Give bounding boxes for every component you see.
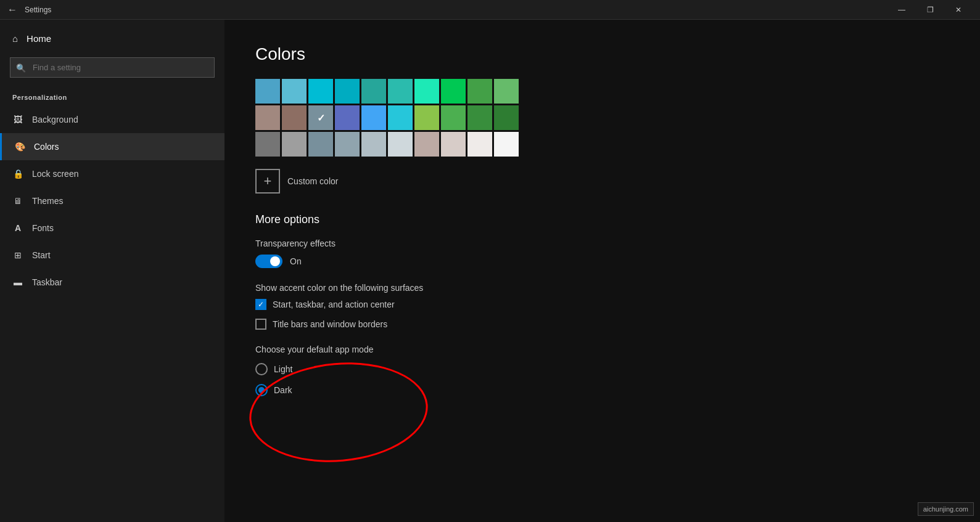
radio-dark-label: Dark bbox=[274, 385, 292, 395]
color-swatch-23[interactable] bbox=[335, 132, 360, 157]
radio-dark-button[interactable] bbox=[255, 384, 268, 396]
accent-surfaces-option: Show accent color on the following surfa… bbox=[255, 283, 949, 330]
transparency-toggle-row: On bbox=[255, 255, 949, 268]
sidebar: ⌂ Home 🔍 Personalization 🖼 Background 🎨 … bbox=[0, 20, 224, 522]
sidebar-item-lock-screen[interactable]: 🔒 Lock screen bbox=[0, 160, 224, 187]
color-swatch-17[interactable] bbox=[441, 105, 466, 130]
close-button[interactable]: ✕ bbox=[944, 0, 973, 20]
color-swatch-21[interactable] bbox=[282, 132, 307, 157]
title-bar: ← Settings — ❐ ✕ bbox=[0, 0, 980, 20]
back-button[interactable]: ← bbox=[7, 4, 17, 15]
colors-icon: 🎨 bbox=[14, 142, 25, 152]
color-swatch-13[interactable] bbox=[335, 105, 360, 130]
custom-color-button[interactable]: + Custom color bbox=[255, 169, 949, 194]
color-swatch-3[interactable] bbox=[335, 79, 360, 104]
radio-light[interactable]: Light bbox=[255, 363, 292, 375]
color-grid bbox=[255, 79, 949, 157]
sidebar-item-start-label: Start bbox=[32, 250, 51, 260]
toggle-thumb bbox=[270, 256, 280, 266]
custom-color-plus-icon: + bbox=[255, 169, 280, 194]
color-swatch-18[interactable] bbox=[467, 105, 492, 130]
taskbar-icon: ▬ bbox=[12, 277, 23, 287]
sidebar-item-colors-label: Colors bbox=[34, 142, 59, 152]
color-swatch-27[interactable] bbox=[441, 132, 466, 157]
transparency-option: Transparency effects On bbox=[255, 239, 949, 268]
app-mode-label: Choose your default app mode bbox=[255, 345, 949, 354]
toggle-track bbox=[255, 255, 282, 268]
color-swatch-9[interactable] bbox=[494, 79, 519, 104]
sidebar-item-colors[interactable]: 🎨 Colors bbox=[0, 133, 224, 160]
color-swatch-24[interactable] bbox=[361, 132, 386, 157]
lock-screen-icon: 🔒 bbox=[12, 169, 23, 179]
main-layout: ⌂ Home 🔍 Personalization 🖼 Background 🎨 … bbox=[0, 20, 980, 522]
sidebar-item-themes[interactable]: 🖥 Themes bbox=[0, 187, 224, 214]
color-swatch-20[interactable] bbox=[255, 132, 280, 157]
sidebar-item-taskbar-label: Taskbar bbox=[32, 277, 62, 287]
minimize-button[interactable]: — bbox=[887, 0, 916, 20]
checkbox-taskbar-label: Start, taskbar, and action center bbox=[273, 300, 395, 309]
more-options-title: More options bbox=[255, 213, 949, 226]
window-title: Settings bbox=[25, 6, 887, 14]
color-swatch-8[interactable] bbox=[467, 79, 492, 104]
checkbox-titlebars[interactable]: Title bars and window borders bbox=[255, 319, 949, 330]
app-mode-option: Choose your default app mode Light Dark bbox=[255, 345, 949, 405]
page-title: Colors bbox=[255, 44, 949, 64]
color-swatch-14[interactable] bbox=[361, 105, 386, 130]
radio-light-button[interactable] bbox=[255, 363, 268, 375]
transparency-status: On bbox=[290, 256, 302, 266]
sidebar-item-lock-screen-label: Lock screen bbox=[32, 169, 78, 179]
fonts-icon: A bbox=[12, 223, 23, 233]
sidebar-item-taskbar[interactable]: ▬ Taskbar bbox=[0, 269, 224, 296]
sidebar-item-home[interactable]: ⌂ Home bbox=[0, 25, 224, 52]
sidebar-section-title: Personalization bbox=[0, 88, 224, 106]
sidebar-item-themes-label: Themes bbox=[32, 196, 64, 206]
color-swatch-7[interactable] bbox=[441, 79, 466, 104]
radio-dark[interactable]: Dark bbox=[255, 384, 292, 396]
transparency-label: Transparency effects bbox=[255, 239, 949, 248]
sidebar-item-fonts[interactable]: A Fonts bbox=[0, 214, 224, 242]
sidebar-item-background-label: Background bbox=[32, 115, 78, 124]
transparency-toggle[interactable] bbox=[255, 255, 282, 268]
accent-surfaces-label: Show accent color on the following surfa… bbox=[255, 283, 949, 293]
background-icon: 🖼 bbox=[12, 115, 23, 124]
radio-light-label: Light bbox=[274, 364, 292, 374]
checkbox-titlebars-label: Title bars and window borders bbox=[273, 319, 387, 329]
content-area: Colors + Custom color More options Trans… bbox=[224, 20, 980, 522]
radio-section-wrap: Light Dark bbox=[255, 363, 292, 405]
color-swatch-2[interactable] bbox=[308, 79, 333, 104]
themes-icon: 🖥 bbox=[12, 196, 23, 206]
search-icon: 🔍 bbox=[16, 63, 26, 72]
color-swatch-11[interactable] bbox=[282, 105, 307, 130]
color-swatch-4[interactable] bbox=[361, 79, 386, 104]
home-label: Home bbox=[27, 33, 51, 44]
search-container: 🔍 bbox=[10, 57, 215, 78]
color-swatch-28[interactable] bbox=[467, 132, 492, 157]
color-swatch-15[interactable] bbox=[388, 105, 413, 130]
watermark: aichunjing.com bbox=[918, 502, 974, 516]
sidebar-item-background[interactable]: 🖼 Background bbox=[0, 106, 224, 133]
checkbox-titlebars-box[interactable] bbox=[255, 319, 266, 330]
checkbox-taskbar-box[interactable] bbox=[255, 299, 266, 310]
radio-dark-indicator bbox=[258, 387, 265, 393]
start-icon: ⊞ bbox=[12, 250, 23, 260]
color-swatch-12[interactable] bbox=[308, 105, 333, 130]
window-controls: — ❐ ✕ bbox=[887, 0, 973, 20]
custom-color-label: Custom color bbox=[287, 176, 338, 186]
checkbox-taskbar[interactable]: Start, taskbar, and action center bbox=[255, 299, 949, 310]
color-swatch-19[interactable] bbox=[494, 105, 519, 130]
color-swatch-25[interactable] bbox=[388, 132, 413, 157]
color-swatch-1[interactable] bbox=[282, 79, 307, 104]
sidebar-item-start[interactable]: ⊞ Start bbox=[0, 242, 224, 269]
home-icon: ⌂ bbox=[12, 33, 18, 44]
search-input[interactable] bbox=[10, 57, 215, 78]
color-swatch-26[interactable] bbox=[414, 132, 439, 157]
color-swatch-6[interactable] bbox=[414, 79, 439, 104]
color-swatch-29[interactable] bbox=[494, 132, 519, 157]
restore-button[interactable]: ❐ bbox=[916, 0, 944, 20]
color-swatch-16[interactable] bbox=[414, 105, 439, 130]
color-swatch-22[interactable] bbox=[308, 132, 333, 157]
sidebar-item-fonts-label: Fonts bbox=[32, 223, 54, 233]
color-swatch-10[interactable] bbox=[255, 105, 280, 130]
color-swatch-5[interactable] bbox=[388, 79, 413, 104]
color-swatch-0[interactable] bbox=[255, 79, 280, 104]
